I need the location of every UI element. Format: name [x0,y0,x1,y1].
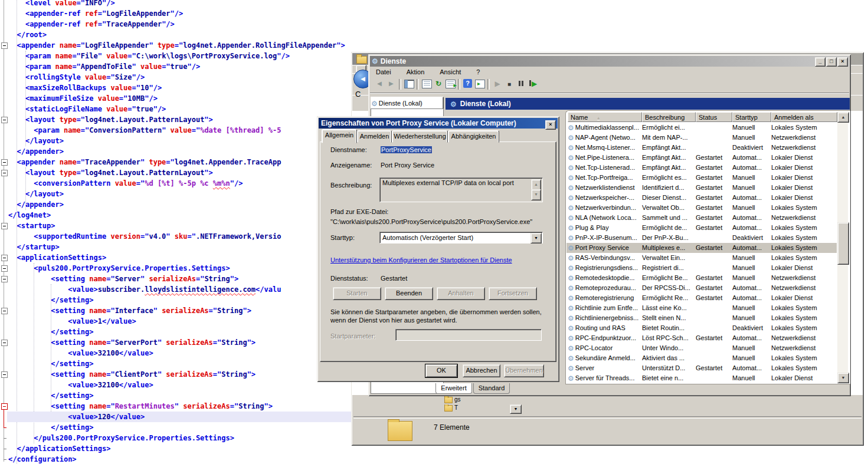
code-line[interactable]: </configuration> [7,454,373,464]
service-row[interactable]: ⚙Sekundäre Anmeld...Aktiviert das ...Man… [566,353,837,363]
code-line[interactable]: <setting name="RestartMinutes" serialize… [7,401,373,412]
service-row[interactable]: ⚙Server für Threads...Bietet eine n...Ma… [566,373,837,383]
abbrechen-button[interactable]: Abbrechen [463,364,500,377]
code-line[interactable]: <param name="File" value="C:\work\logs\P… [7,51,373,61]
dienstname-value[interactable]: PortProxyService [381,146,432,153]
code-line[interactable]: </applicationSettings> [7,443,373,454]
scroll-down-icon[interactable]: ▼ [837,373,849,383]
service-properties-dialog[interactable]: Eigenschaften von Port Proxy Service (Lo… [317,116,559,382]
toolbar[interactable]: ◄►↻▸?▸▶■▶ [370,77,849,94]
service-row[interactable]: ⚙NAP-Agent (Netwo...Mit dem NAP-...Manue… [566,133,837,143]
code-line[interactable]: <maxSizeRollBackups value="10"/> [7,83,373,93]
forward-icon[interactable]: ► [385,78,397,89]
fold-collapse-icon[interactable] [1,276,8,282]
code-line[interactable]: <rollingStyle value="Size"/> [7,72,373,83]
anzeigename-value[interactable]: Port Proxy Service [381,162,434,169]
menubar[interactable]: DateiAktionAnsicht? [370,67,849,77]
service-row[interactable]: ⚙Net.Msmq-Listener...Empfängt Akt...Deak… [566,143,837,153]
service-row[interactable]: ⚙Richtlinie zum Entfe...Lässt eine Ko...… [566,303,837,313]
pause-service-icon[interactable] [515,78,527,89]
code-line[interactable]: <maximumFileSize value="10MB"/> [7,93,373,104]
service-row[interactable]: ⚙Multimediaklassenpl...Ermöglicht ei...M… [566,123,837,133]
service-row[interactable]: ⚙PnP-X-IP-Busenum...Der PnP-X-Bu...Deakt… [566,233,837,243]
code-line[interactable]: </setting> [7,390,373,401]
ok-button[interactable]: OK [425,364,457,377]
action-pane-icon[interactable]: ▸ [474,78,486,89]
startparameter-input[interactable] [395,329,542,341]
starttyp-select[interactable]: Automatisch (Verzögerter Start) ▼ [379,232,543,243]
minimize-icon[interactable]: _ [815,57,826,67]
tab-allgemein[interactable]: Allgemein [322,129,357,143]
service-row[interactable]: ⚙RAS-Verbindungsv...Verwaltet Ein...Manu… [566,253,837,263]
fold-collapse-icon[interactable] [1,371,8,378]
menu-item-ansicht[interactable]: Ansicht [440,67,461,77]
view-tab-standard[interactable]: Standard [473,383,510,394]
service-row[interactable]: ⚙Remotedesktopdie...Ermöglicht Be...Gest… [566,273,837,283]
fold-collapse-icon[interactable] [1,159,8,166]
scroll-down-icon[interactable]: ▼ [531,189,541,200]
service-row[interactable]: ⚙Net.Pipe-Listenera...Empfängt Akt...Ges… [566,153,837,163]
fold-collapse-icon[interactable] [1,255,8,261]
column-header-name[interactable]: Name▲ [568,112,642,122]
fortsetzen-button[interactable]: Fortsetzen [489,287,537,300]
back-icon[interactable]: ◄ [374,78,385,89]
scope-tab-dienste-lokal[interactable]: ⚙Dienste (Lokal) [371,97,444,110]
beenden-button[interactable]: Beenden [385,287,433,300]
folder-list-item[interactable]: T [444,404,468,413]
folder-list-item[interactable]: gs [444,396,468,404]
service-row[interactable]: ⚙RPC-Endpunktzuor...Löst RPC-Sch...Gesta… [566,333,837,343]
tab-abhngigkeiten[interactable]: Abhängigkeiten [448,130,499,143]
export-list-icon[interactable]: ▸ [444,78,456,89]
show-console-tree-icon[interactable] [403,78,415,89]
service-row[interactable]: ⚙NLA (Network Loca...Sammelt und ...Gest… [566,213,837,223]
service-row[interactable]: ⚙Net.Tcp-Portfreiga...Ermöglicht es...Ge… [566,173,837,183]
service-row[interactable]: ⚙NetzwerklistendienstIdentifiziert d...G… [566,183,837,193]
close-icon[interactable]: × [837,57,848,67]
dialog-titlebar[interactable]: Eigenschaften von Port Proxy Service (Lo… [319,118,558,129]
column-header-anmeldenals[interactable]: Anmelden als [771,112,837,122]
fold-collapse-icon[interactable] [1,223,8,229]
service-row[interactable]: ⚙RemoteregistrierungErmöglicht Re...Gest… [566,293,837,303]
column-header-status[interactable]: Status [696,112,732,122]
close-icon[interactable]: × [545,120,556,130]
startoptions-help-link[interactable]: Unterstützung beim Konfigurieren der Sta… [330,256,512,264]
code-line[interactable]: <param name="AppendToFile" value="true"/… [7,61,373,72]
code-line[interactable]: <appender name="LogFileAppender" type="l… [7,40,373,51]
help-icon[interactable]: ? [462,78,474,89]
services-titlebar[interactable]: ⚙Dienste _□× [370,56,849,67]
start-service-icon[interactable]: ▶ [492,78,503,89]
service-row[interactable]: ⚙Richtlinienergebniss...Stellt einen N..… [566,313,837,323]
code-line[interactable]: <appender-ref ref="LogFileAppender"/> [7,8,373,19]
service-row[interactable]: ⚙ServerUnterstützt D...GestartetAutomat.… [566,363,837,373]
service-row[interactable]: ⚙Netzwerkspeicher-...Dieser Dienst...Ges… [566,193,837,203]
service-row[interactable]: ⚙Port Proxy ServiceMultiplexes e...Gesta… [566,243,837,253]
code-line[interactable]: </puls200.PortProxyService.Properties.Se… [7,433,373,443]
service-row[interactable]: ⚙Routing und RASBietet Routin...Deaktivi… [566,323,837,333]
fold-collapse-icon[interactable] [1,265,8,272]
menu-item-datei[interactable]: Datei [376,67,391,77]
stop-service-icon[interactable]: ■ [503,78,515,89]
tab-wiederherstellung[interactable]: Wiederherstellung [392,130,448,143]
scroll-up-icon[interactable]: ▲ [837,112,849,123]
column-header-starttyp[interactable]: Starttyp [732,112,771,122]
fold-collapse-icon[interactable] [1,308,8,314]
bernehmen-button[interactable]: Übernehmen [504,364,544,377]
code-line[interactable]: <staticLogFileName value="true"/> [7,104,373,114]
service-row[interactable]: ⚙Registrierungsdiens...Registriert di...… [566,263,837,273]
service-row[interactable]: ⚙Plug & PlayErmöglicht de...GestartetAut… [566,223,837,233]
menu-item-?[interactable]: ? [476,67,480,77]
menu-item-aktion[interactable]: Aktion [407,67,425,77]
tab-anmelden[interactable]: Anmelden [357,130,392,143]
refresh-icon[interactable]: ↻ [433,78,444,89]
code-line[interactable]: </setting> [7,422,373,433]
code-line[interactable]: <appender-ref ref="TraceAppender"/> [7,19,373,29]
anhalten-button[interactable]: Anhalten [437,287,485,300]
starten-button[interactable]: Starten [333,287,381,300]
chevron-down-icon[interactable]: ▼ [530,233,542,243]
fold-collapse-icon[interactable] [1,170,8,176]
code-line[interactable]: </root> [7,29,373,40]
service-row[interactable]: ⚙RPC-LocatorUnter Windo...ManuellNetzwer… [566,343,837,353]
code-line[interactable]: <level value="INFO"/> [7,0,373,8]
fold-collapse-icon[interactable] [1,42,8,49]
maximize-icon[interactable]: □ [826,57,837,67]
